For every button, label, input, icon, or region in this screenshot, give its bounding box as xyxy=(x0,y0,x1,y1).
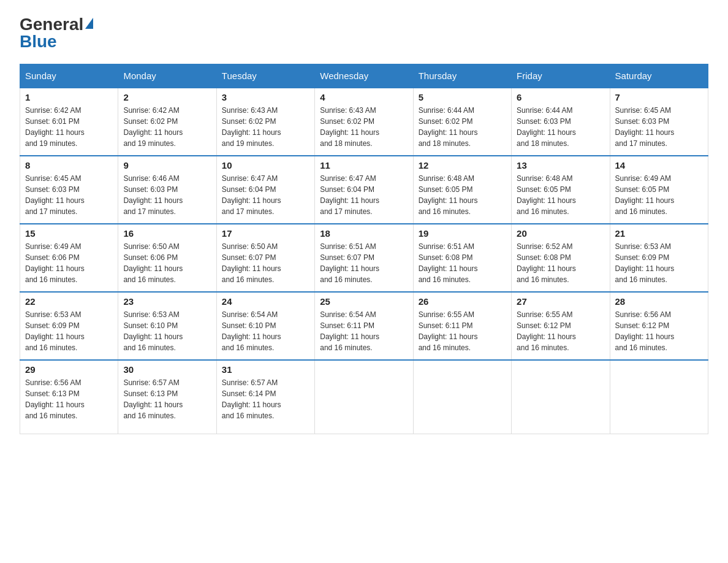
header-cell-thursday: Thursday xyxy=(413,64,511,88)
day-detail-14: Sunrise: 6:49 AMSunset: 6:05 PMDaylight:… xyxy=(615,173,703,217)
logo-blue-text: Blue xyxy=(20,32,57,52)
header-cell-saturday: Saturday xyxy=(610,64,708,88)
header-cell-friday: Friday xyxy=(512,64,610,88)
day-cell-25: 25Sunrise: 6:54 AMSunset: 6:11 PMDayligh… xyxy=(315,292,413,360)
day-number-9: 9 xyxy=(123,160,211,170)
day-detail-5: Sunrise: 6:44 AMSunset: 6:02 PMDaylight:… xyxy=(419,105,506,149)
logo-triangle-icon xyxy=(85,18,93,29)
day-detail-24: Sunrise: 6:54 AMSunset: 6:10 PMDaylight:… xyxy=(222,309,309,353)
day-cell-12: 12Sunrise: 6:48 AMSunset: 6:05 PMDayligh… xyxy=(413,156,511,224)
header-cell-monday: Monday xyxy=(118,64,216,88)
day-detail-30: Sunrise: 6:57 AMSunset: 6:13 PMDaylight:… xyxy=(123,377,211,421)
day-number-27: 27 xyxy=(517,296,604,307)
header-row: SundayMondayTuesdayWednesdayThursdayFrid… xyxy=(20,64,708,88)
day-cell-8: 8Sunrise: 6:45 AMSunset: 6:03 PMDaylight… xyxy=(20,156,118,224)
day-detail-20: Sunrise: 6:52 AMSunset: 6:08 PMDaylight:… xyxy=(517,241,604,285)
day-cell-23: 23Sunrise: 6:53 AMSunset: 6:10 PMDayligh… xyxy=(118,292,216,360)
day-number-12: 12 xyxy=(419,160,506,170)
day-detail-23: Sunrise: 6:53 AMSunset: 6:10 PMDaylight:… xyxy=(123,309,211,353)
day-detail-29: Sunrise: 6:56 AMSunset: 6:13 PMDaylight:… xyxy=(25,377,113,421)
day-detail-16: Sunrise: 6:50 AMSunset: 6:06 PMDaylight:… xyxy=(123,241,211,285)
day-number-7: 7 xyxy=(615,92,703,102)
day-cell-2: 2Sunrise: 6:42 AMSunset: 6:02 PMDaylight… xyxy=(118,88,216,156)
day-cell-16: 16Sunrise: 6:50 AMSunset: 6:06 PMDayligh… xyxy=(118,224,216,292)
calendar-table: SundayMondayTuesdayWednesdayThursdayFrid… xyxy=(20,64,708,434)
week-row-5: 29Sunrise: 6:56 AMSunset: 6:13 PMDayligh… xyxy=(20,360,708,434)
day-number-29: 29 xyxy=(25,364,113,375)
day-number-8: 8 xyxy=(25,160,113,170)
day-cell-26: 26Sunrise: 6:55 AMSunset: 6:11 PMDayligh… xyxy=(413,292,511,360)
calendar-body: 1Sunrise: 6:42 AMSunset: 6:01 PMDaylight… xyxy=(20,88,708,434)
week-row-4: 22Sunrise: 6:53 AMSunset: 6:09 PMDayligh… xyxy=(20,292,708,360)
day-detail-11: Sunrise: 6:47 AMSunset: 6:04 PMDaylight:… xyxy=(320,173,408,217)
calendar-header: SundayMondayTuesdayWednesdayThursdayFrid… xyxy=(20,64,708,88)
day-number-6: 6 xyxy=(517,92,604,102)
day-detail-19: Sunrise: 6:51 AMSunset: 6:08 PMDaylight:… xyxy=(419,241,506,285)
day-number-23: 23 xyxy=(123,296,211,307)
logo: General Blue xyxy=(20,15,93,52)
day-number-11: 11 xyxy=(320,160,408,170)
day-number-4: 4 xyxy=(320,92,408,102)
day-number-10: 10 xyxy=(222,160,309,170)
day-cell-5: 5Sunrise: 6:44 AMSunset: 6:02 PMDaylight… xyxy=(413,88,511,156)
day-detail-17: Sunrise: 6:50 AMSunset: 6:07 PMDaylight:… xyxy=(222,241,309,285)
day-detail-7: Sunrise: 6:45 AMSunset: 6:03 PMDaylight:… xyxy=(615,105,703,149)
day-cell-10: 10Sunrise: 6:47 AMSunset: 6:04 PMDayligh… xyxy=(216,156,314,224)
day-detail-4: Sunrise: 6:43 AMSunset: 6:02 PMDaylight:… xyxy=(320,105,408,149)
day-number-21: 21 xyxy=(615,228,703,239)
day-number-18: 18 xyxy=(320,228,408,239)
day-detail-26: Sunrise: 6:55 AMSunset: 6:11 PMDaylight:… xyxy=(419,309,506,353)
day-detail-10: Sunrise: 6:47 AMSunset: 6:04 PMDaylight:… xyxy=(222,173,309,217)
day-cell-28: 28Sunrise: 6:56 AMSunset: 6:12 PMDayligh… xyxy=(610,292,708,360)
day-detail-21: Sunrise: 6:53 AMSunset: 6:09 PMDaylight:… xyxy=(615,241,703,285)
day-detail-1: Sunrise: 6:42 AMSunset: 6:01 PMDaylight:… xyxy=(25,105,113,149)
day-cell-6: 6Sunrise: 6:44 AMSunset: 6:03 PMDaylight… xyxy=(512,88,610,156)
header-cell-sunday: Sunday xyxy=(20,64,118,88)
day-detail-3: Sunrise: 6:43 AMSunset: 6:02 PMDaylight:… xyxy=(222,105,309,149)
day-number-28: 28 xyxy=(615,296,703,307)
day-number-22: 22 xyxy=(25,296,113,307)
day-number-15: 15 xyxy=(25,228,113,239)
day-number-19: 19 xyxy=(419,228,506,239)
day-number-26: 26 xyxy=(419,296,506,307)
day-number-25: 25 xyxy=(320,296,408,307)
day-number-31: 31 xyxy=(222,364,309,375)
day-cell-27: 27Sunrise: 6:55 AMSunset: 6:12 PMDayligh… xyxy=(512,292,610,360)
empty-cell xyxy=(315,360,413,434)
day-detail-8: Sunrise: 6:45 AMSunset: 6:03 PMDaylight:… xyxy=(25,173,113,217)
empty-cell xyxy=(610,360,708,434)
day-cell-14: 14Sunrise: 6:49 AMSunset: 6:05 PMDayligh… xyxy=(610,156,708,224)
day-number-30: 30 xyxy=(123,364,211,375)
day-detail-28: Sunrise: 6:56 AMSunset: 6:12 PMDaylight:… xyxy=(615,309,703,353)
day-cell-3: 3Sunrise: 6:43 AMSunset: 6:02 PMDaylight… xyxy=(216,88,314,156)
day-detail-13: Sunrise: 6:48 AMSunset: 6:05 PMDaylight:… xyxy=(517,173,604,217)
day-number-17: 17 xyxy=(222,228,309,239)
header-cell-tuesday: Tuesday xyxy=(216,64,314,88)
day-detail-2: Sunrise: 6:42 AMSunset: 6:02 PMDaylight:… xyxy=(123,105,211,149)
day-detail-27: Sunrise: 6:55 AMSunset: 6:12 PMDaylight:… xyxy=(517,309,604,353)
day-cell-22: 22Sunrise: 6:53 AMSunset: 6:09 PMDayligh… xyxy=(20,292,118,360)
day-detail-31: Sunrise: 6:57 AMSunset: 6:14 PMDaylight:… xyxy=(222,377,309,421)
day-number-2: 2 xyxy=(123,92,211,102)
day-cell-19: 19Sunrise: 6:51 AMSunset: 6:08 PMDayligh… xyxy=(413,224,511,292)
day-detail-18: Sunrise: 6:51 AMSunset: 6:07 PMDaylight:… xyxy=(320,241,408,285)
day-cell-17: 17Sunrise: 6:50 AMSunset: 6:07 PMDayligh… xyxy=(216,224,314,292)
day-number-16: 16 xyxy=(123,228,211,239)
page-header: General Blue xyxy=(20,15,708,52)
day-cell-4: 4Sunrise: 6:43 AMSunset: 6:02 PMDaylight… xyxy=(315,88,413,156)
empty-cell xyxy=(512,360,610,434)
day-number-20: 20 xyxy=(517,228,604,239)
day-detail-12: Sunrise: 6:48 AMSunset: 6:05 PMDaylight:… xyxy=(419,173,506,217)
day-cell-7: 7Sunrise: 6:45 AMSunset: 6:03 PMDaylight… xyxy=(610,88,708,156)
week-row-2: 8Sunrise: 6:45 AMSunset: 6:03 PMDaylight… xyxy=(20,156,708,224)
day-number-1: 1 xyxy=(25,92,113,102)
day-cell-15: 15Sunrise: 6:49 AMSunset: 6:06 PMDayligh… xyxy=(20,224,118,292)
week-row-1: 1Sunrise: 6:42 AMSunset: 6:01 PMDaylight… xyxy=(20,88,708,156)
day-detail-9: Sunrise: 6:46 AMSunset: 6:03 PMDaylight:… xyxy=(123,173,211,217)
day-cell-11: 11Sunrise: 6:47 AMSunset: 6:04 PMDayligh… xyxy=(315,156,413,224)
day-number-3: 3 xyxy=(222,92,309,102)
day-cell-24: 24Sunrise: 6:54 AMSunset: 6:10 PMDayligh… xyxy=(216,292,314,360)
day-cell-30: 30Sunrise: 6:57 AMSunset: 6:13 PMDayligh… xyxy=(118,360,216,434)
day-number-13: 13 xyxy=(517,160,604,170)
day-detail-6: Sunrise: 6:44 AMSunset: 6:03 PMDaylight:… xyxy=(517,105,604,149)
